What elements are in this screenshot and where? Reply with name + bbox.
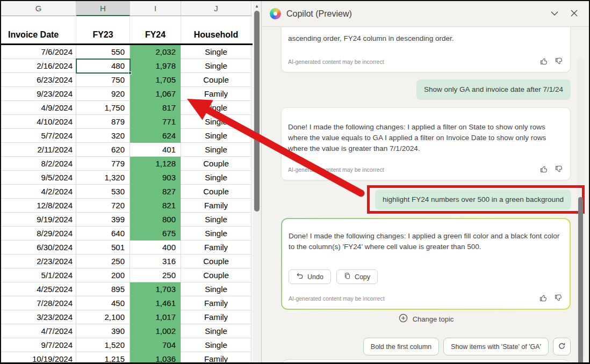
cell-household[interactable]: Family [181, 352, 251, 362]
cell-household[interactable]: Couple [181, 268, 251, 282]
cell-household[interactable]: Single [181, 101, 251, 115]
cell-fy23[interactable]: 1,750 [76, 101, 130, 115]
cell-invoice-date[interactable]: 4/9/2024 [1, 101, 76, 115]
change-topic-button[interactable]: Change topic [281, 313, 571, 325]
cell-household[interactable]: Family [181, 87, 251, 101]
cell-household[interactable]: Family [181, 296, 251, 310]
header-fy23[interactable]: FY23 [76, 16, 130, 43]
cell-fy24[interactable]: 800 [130, 213, 181, 227]
cell-fy23[interactable]: 1,215 [76, 352, 130, 362]
cell-household[interactable]: Family [181, 310, 251, 324]
cell-invoice-date[interactable]: 4/10/2024 [1, 115, 76, 129]
thumbs-up-icon[interactable] [538, 294, 548, 303]
cell-fy23[interactable]: 390 [76, 324, 130, 338]
cell-invoice-date[interactable]: 4/25/2024 [1, 282, 76, 296]
cell-invoice-date[interactable]: 2/16/2024 [1, 59, 76, 73]
sheet-vertical-scrollbar[interactable]: ▲ [253, 1, 261, 362]
cell-fy24[interactable]: 401 [130, 143, 181, 157]
cell-invoice-date[interactable]: 7/6/2024 [1, 45, 76, 59]
cell-fy23[interactable]: 200 [76, 268, 130, 282]
cell-invoice-date[interactable]: 4/2/2024 [1, 185, 76, 199]
cell-fy24[interactable]: 903 [130, 171, 181, 185]
header-household[interactable]: Household [181, 16, 251, 43]
undo-button[interactable]: Undo [289, 270, 331, 284]
cell-fy24[interactable]: 821 [130, 199, 181, 213]
cell-household[interactable]: Single [181, 171, 251, 185]
cell-fy23[interactable]: 879 [76, 115, 130, 129]
cell-household[interactable]: Couple [181, 73, 251, 87]
cell-invoice-date[interactable]: 10/19/2024 [1, 352, 76, 362]
cell-invoice-date[interactable]: 5/7/2024 [1, 129, 76, 143]
cell-fy23[interactable]: 1,320 [76, 171, 130, 185]
cell-fy23[interactable]: 550 [76, 45, 130, 59]
cell-fy24[interactable]: 771 [130, 115, 181, 129]
sheet-scrollbar-thumb[interactable] [254, 11, 260, 212]
cell-fy24[interactable]: 827 [130, 185, 181, 199]
cell-invoice-date[interactable]: 2/11/2024 [1, 143, 76, 157]
column-header-i[interactable]: I [130, 1, 181, 16]
cell-household[interactable]: Family [181, 199, 251, 213]
suggestion-chip[interactable]: Bold the first column [363, 338, 439, 355]
cell-fy24[interactable]: 704 [130, 338, 181, 352]
cell-fy24[interactable]: 1,017 [130, 310, 181, 324]
cell-household[interactable]: Single [181, 338, 251, 352]
collapse-button[interactable] [548, 7, 562, 21]
column-header-h-selected[interactable]: H [76, 1, 130, 16]
header-invoice-date[interactable]: Invoice Date [1, 16, 76, 43]
cell-fy23[interactable]: 480 [76, 59, 130, 73]
suggestion-chip[interactable]: Show items with 'State' of 'GA' [443, 338, 549, 355]
cell-invoice-date[interactable]: 9/23/2024 [1, 87, 76, 101]
cell-household[interactable]: Single [181, 143, 251, 157]
thumbs-up-icon[interactable] [539, 57, 549, 67]
cell-invoice-date[interactable]: 6/23/2024 [1, 73, 76, 87]
cell-invoice-date[interactable]: 9/19/2024 [1, 213, 76, 227]
cell-fy23[interactable]: 920 [76, 87, 130, 101]
cell-household[interactable]: Single [181, 227, 251, 241]
cell-invoice-date[interactable]: 9/5/2024 [1, 171, 76, 185]
cell-fy23[interactable]: 501 [76, 241, 130, 254]
cell-household[interactable]: Family [181, 241, 251, 254]
cell-fy24[interactable]: 1,067 [130, 87, 181, 101]
cell-fy23[interactable]: 620 [76, 143, 130, 157]
cell-fy23[interactable]: 779 [76, 157, 130, 171]
cell-fy24[interactable]: 316 [130, 254, 181, 268]
cell-fy24[interactable]: 1,002 [130, 324, 181, 338]
cell-fy24[interactable]: 1,703 [130, 282, 181, 296]
cell-fy23[interactable]: 640 [76, 227, 130, 241]
cell-fy23[interactable]: 2,100 [76, 310, 130, 324]
chat-input-box[interactable] [281, 359, 571, 362]
cell-household[interactable]: Single [181, 213, 251, 227]
header-fy24[interactable]: FY24 [130, 16, 181, 43]
cell-fy24[interactable]: 1,128 [130, 157, 181, 171]
cell-fy24[interactable]: 675 [130, 227, 181, 241]
cell-household[interactable]: Couple [181, 157, 251, 171]
cell-invoice-date[interactable]: 8/29/2024 [1, 227, 76, 241]
cell-invoice-date[interactable]: 12/8/2024 [1, 199, 76, 213]
column-header-j[interactable]: J [181, 1, 251, 16]
column-header-g[interactable]: G [1, 1, 76, 16]
cell-household[interactable]: Single [181, 45, 251, 59]
close-button[interactable] [567, 7, 581, 21]
cell-fy23[interactable]: 750 [76, 73, 130, 87]
cell-fy24[interactable]: 250 [130, 268, 181, 282]
cell-household[interactable]: Single [181, 115, 251, 129]
cell-invoice-date[interactable]: 8/2/2024 [1, 157, 76, 171]
cell-invoice-date[interactable]: 5/1/2024 [1, 268, 76, 282]
thumbs-down-icon[interactable] [554, 57, 564, 67]
cell-fy24[interactable]: 1,036 [130, 352, 181, 362]
cell-fy24[interactable]: 400 [130, 241, 181, 254]
thumbs-down-icon[interactable] [553, 294, 563, 303]
cell-household[interactable]: Couple [181, 254, 251, 268]
thumbs-up-icon[interactable] [539, 165, 549, 174]
cell-invoice-date[interactable]: 7/28/2024 [1, 296, 76, 310]
cell-fy23[interactable]: 895 [76, 282, 130, 296]
cell-fy24[interactable]: 624 [130, 129, 181, 143]
cell-fy23[interactable]: 399 [76, 213, 130, 227]
cell-household[interactable]: Single [181, 324, 251, 338]
thumbs-down-icon[interactable] [554, 165, 564, 174]
cell-fy24[interactable]: 1,705 [130, 73, 181, 87]
panel-scrollbar-thumb[interactable] [578, 197, 583, 362]
cell-fy24[interactable]: 817 [130, 101, 181, 115]
copy-button[interactable]: Copy [336, 270, 378, 284]
cell-fy24[interactable]: 1,461 [130, 296, 181, 310]
